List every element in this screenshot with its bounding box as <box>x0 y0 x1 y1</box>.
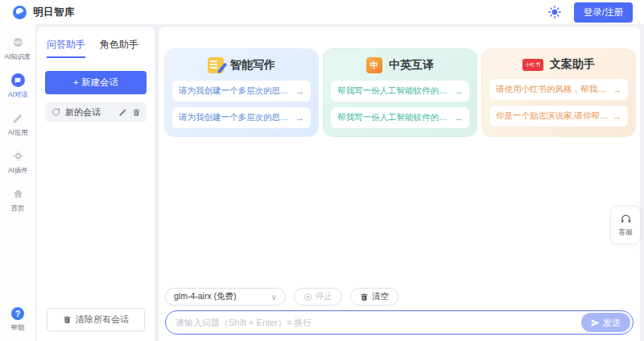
card-title: 智能写作 <box>230 58 275 73</box>
trash-icon <box>360 293 369 301</box>
message-input[interactable] <box>175 318 581 327</box>
model-select[interactable]: glm-4-airx (免费) ∨ <box>165 288 286 306</box>
rail-label: 帮助 <box>11 323 25 333</box>
rail-label: AI插件 <box>8 166 27 176</box>
rail-item-apps[interactable]: AI应用 <box>0 111 35 138</box>
nav-rail: AI知识库 AI对话 AI应用 AI插件 首页 ? 帮助 <box>0 24 35 341</box>
card-title: 中英互译 <box>389 58 434 73</box>
translate-icon: 中 <box>366 57 382 73</box>
trash-icon <box>63 315 72 324</box>
tab-qa-assistant[interactable]: 问答助手 <box>47 38 85 58</box>
chat-main-panel: 智能写作 请为我创建一个多层次的思维导图，主题是... → 请为我创建一个多层次… <box>159 27 640 341</box>
prompt-text: 帮我写一份人工智能软件的产品经理的工作... <box>337 85 451 97</box>
prompt-chip[interactable]: 请为我创建一个多层次的思维导图，主题是... → <box>172 81 311 102</box>
rail-item-plugins[interactable]: AI插件 <box>0 149 35 176</box>
clear-all-conversations-button[interactable]: 清除所有会话 <box>47 308 145 331</box>
app-title: 明日智库 <box>33 6 75 19</box>
card-smart-writing: 智能写作 请为我创建一个多层次的思维导图，主题是... → 请为我创建一个多层次… <box>165 49 318 136</box>
card-translation: 中 中英互译 帮我写一份人工智能软件的产品经理的工作... → 帮我写一份人工智… <box>324 49 477 136</box>
clear-button[interactable]: 清空 <box>350 288 398 306</box>
prompt-text: 请为我创建一个多层次的思维导图，主题是... <box>179 112 292 123</box>
arrow-icon: → <box>295 113 304 123</box>
headset-icon <box>620 213 632 225</box>
arrow-icon: → <box>613 85 621 94</box>
customer-support-button[interactable]: 客服 <box>610 206 641 244</box>
assistant-tabs: 问答助手 角色助手 <box>45 35 147 64</box>
arrow-icon: → <box>613 111 621 121</box>
prompt-chip[interactable]: 请为我创建一个多层次的思维导图，主题是... → <box>172 107 311 128</box>
arrow-icon: → <box>295 86 304 96</box>
chevron-down-icon: ∨ <box>271 293 277 301</box>
composer-controls: glm-4-airx (免费) ∨ 停止 清空 <box>165 288 398 306</box>
card-copywriting: 小红书 文案助手 请使用小红书的风格，帮我为小红书账号编... → 你是一个励志… <box>482 49 635 136</box>
rail-label: AI应用 <box>8 128 27 138</box>
knowledge-base-icon <box>11 35 25 49</box>
prompt-chip[interactable]: 请使用小红书的风格，帮我为小红书账号编... → <box>489 79 628 100</box>
delete-icon[interactable] <box>132 108 141 117</box>
plugin-gear-icon <box>11 149 25 163</box>
prompt-text: 帮我写一份人工智能软件的产品经理的工作... <box>337 112 451 123</box>
rail-item-help[interactable]: ? 帮助 <box>0 307 35 333</box>
smart-writing-icon <box>208 57 224 73</box>
logo-icon <box>13 6 27 19</box>
model-select-value: glm-4-airx (免费) <box>174 291 237 302</box>
pencil-icon <box>11 111 25 125</box>
rail-label: AI知识库 <box>5 52 31 62</box>
send-plane-icon <box>591 318 600 327</box>
prompt-text: 请为我创建一个多层次的思维导图，主题是... <box>179 85 292 97</box>
rail-label: AI对话 <box>8 90 27 100</box>
edit-icon[interactable] <box>118 108 127 117</box>
support-label: 客服 <box>618 227 633 238</box>
send-button[interactable]: 发送 <box>581 313 630 332</box>
stop-label: 停止 <box>316 291 332 302</box>
conversation-item[interactable]: 新的会话 <box>45 102 147 122</box>
arrow-icon: → <box>454 86 463 96</box>
prompt-chip[interactable]: 帮我写一份人工智能软件的产品经理的工作... → <box>331 107 469 128</box>
prompt-text: 你是一个励志演说家,请你帮我用小红书的... <box>496 110 609 122</box>
conversation-title: 新的会话 <box>65 106 114 119</box>
new-conversation-button[interactable]: + 新建会话 <box>45 71 147 94</box>
arrow-icon: → <box>454 113 463 123</box>
chat-icon <box>11 73 25 87</box>
stop-icon <box>303 293 312 301</box>
clear-label: 清空 <box>372 291 389 302</box>
clear-all-label: 清除所有会话 <box>76 314 129 326</box>
rail-item-chat[interactable]: AI对话 <box>0 73 35 100</box>
rail-item-knowledge[interactable]: AI知识库 <box>0 35 35 62</box>
app-header: 明日智库 登录/注册 <box>0 0 644 24</box>
prompt-text: 请使用小红书的风格，帮我为小红书账号编... <box>496 84 609 95</box>
app-logo: 明日智库 <box>8 6 75 19</box>
home-icon <box>11 187 25 201</box>
xiaohongshu-icon: 小红书 <box>522 59 543 71</box>
chat-bubble-icon <box>51 107 60 117</box>
conversation-sidebar: 问答助手 角色助手 + 新建会话 新的会话 清除所有会话 <box>37 27 155 341</box>
tab-role-assistant[interactable]: 角色助手 <box>100 38 138 58</box>
rail-item-home[interactable]: 首页 <box>0 187 35 214</box>
stop-button[interactable]: 停止 <box>294 288 342 306</box>
message-input-row: 发送 <box>165 310 634 335</box>
help-icon: ? <box>11 307 24 320</box>
login-register-button[interactable]: 登录/注册 <box>574 2 633 23</box>
suggestion-cards: 智能写作 请为我创建一个多层次的思维导图，主题是... → 请为我创建一个多层次… <box>165 49 635 136</box>
prompt-chip[interactable]: 你是一个励志演说家,请你帮我用小红书的... → <box>489 106 628 127</box>
prompt-chip[interactable]: 帮我写一份人工智能软件的产品经理的工作... → <box>331 81 469 102</box>
send-label: 发送 <box>603 317 621 329</box>
card-title: 文案助手 <box>550 57 595 72</box>
theme-sun-icon[interactable] <box>548 6 561 19</box>
rail-label: 首页 <box>11 204 25 214</box>
